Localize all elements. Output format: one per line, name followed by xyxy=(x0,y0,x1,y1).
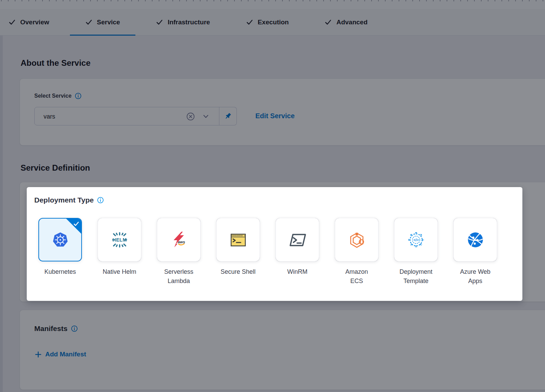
deployment-type-secure-shell[interactable]: Secure Shell xyxy=(216,218,260,286)
native-helm-tile[interactable]: HELM xyxy=(98,218,141,261)
terminal-icon xyxy=(228,230,248,250)
deployment-type-panel: Deployment Type xyxy=(27,187,522,301)
info-icon[interactable] xyxy=(97,197,104,204)
deployment-type-kubernetes[interactable]: Kubernetes xyxy=(38,218,82,286)
deployment-template-tile[interactable]: </> xyxy=(394,218,438,261)
kubernetes-tile[interactable] xyxy=(38,218,82,261)
svg-text:aws: aws xyxy=(178,240,185,244)
deployment-type-serverless-lambda[interactable]: aws Serverless Lambda xyxy=(157,218,201,286)
type-label: Amazon ECS xyxy=(327,267,386,286)
amazon-ecs-tile[interactable] xyxy=(335,218,378,261)
deployment-type-label-text: Deployment Type xyxy=(34,196,94,204)
type-label: Azure Web Apps xyxy=(446,267,505,286)
winrm-tile[interactable] xyxy=(276,218,319,261)
type-label: Secure Shell xyxy=(209,267,268,277)
type-label: WinRM xyxy=(268,267,327,277)
kubernetes-icon xyxy=(50,230,70,250)
powershell-icon xyxy=(288,230,307,250)
deployment-type-native-helm[interactable]: HELM Native Helm xyxy=(98,218,141,286)
deployment-type-winrm[interactable]: WinRM xyxy=(276,218,319,286)
ecs-icon xyxy=(347,230,367,250)
type-label: Deployment Template xyxy=(387,267,446,286)
deployment-type-label: Deployment Type xyxy=(34,196,104,204)
svg-text:</>: </> xyxy=(413,238,419,242)
gear-code-icon: </> xyxy=(406,230,426,250)
serverless-aws-icon: aws xyxy=(169,230,189,250)
deployment-type-azure-web-apps[interactable]: Azure Web Apps xyxy=(453,218,497,286)
serverless-lambda-tile[interactable]: aws xyxy=(157,218,201,261)
deployment-type-deployment-template[interactable]: </> Deployment Template xyxy=(394,218,438,286)
azure-web-apps-tile[interactable] xyxy=(453,218,497,261)
deployment-type-amazon-ecs[interactable]: Amazon ECS xyxy=(335,218,378,286)
service-definition-card: Deployment Type xyxy=(20,182,545,302)
type-label: Native Helm xyxy=(90,267,149,277)
type-label: Kubernetes xyxy=(31,267,90,277)
svg-text:HELM: HELM xyxy=(112,237,127,243)
deployment-type-options: Kubernetes xyxy=(38,218,513,286)
type-label: Serverless Lambda xyxy=(149,267,208,286)
azure-globe-icon xyxy=(465,230,485,250)
secure-shell-tile[interactable] xyxy=(216,218,260,261)
helm-icon: HELM xyxy=(110,230,130,250)
selected-check-icon xyxy=(73,221,79,227)
